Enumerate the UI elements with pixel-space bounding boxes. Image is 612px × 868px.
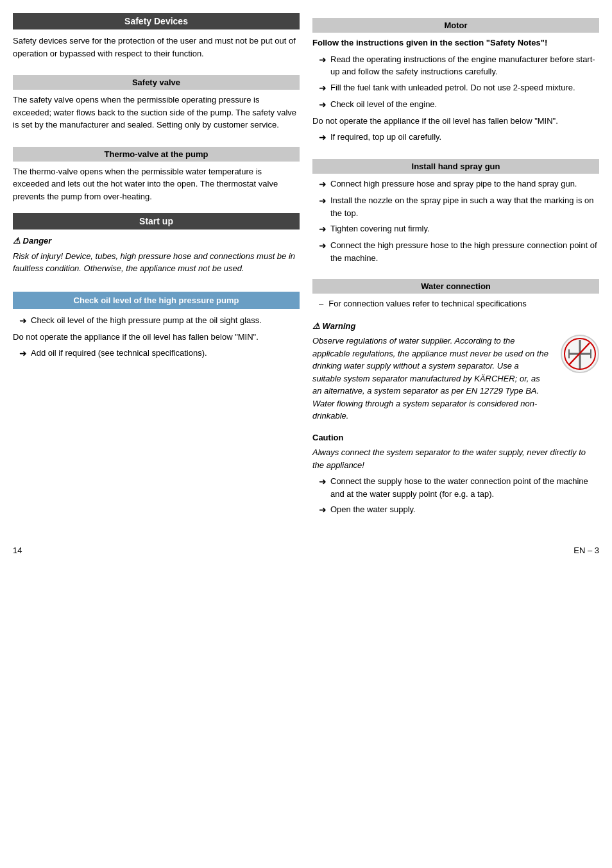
water-connection-header: Water connection [312,279,599,294]
spray-item-4: ➜ Connect the high pressure hose to the … [312,239,599,264]
warning-label: ⚠ Warning [312,320,599,333]
motor-body: Follow the instructions given in the sec… [312,37,599,147]
arrow-icon-s2: ➜ [319,194,327,208]
caution-item-1: ➜ Connect the supply hose to the water c… [312,475,599,500]
arrow-icon-2: ➜ [19,347,27,360]
spray-item-3: ➜ Tighten covering nut firmly. [312,222,599,236]
caution-section: Caution Always connect the system separa… [312,431,599,521]
danger-label: ⚠ Danger [13,235,300,247]
check-oil-item-1: ➜ Check oil level of the high pressure p… [13,314,300,328]
motor-header: Motor [312,18,599,33]
footer-page-number: 14 [13,546,22,555]
caution-item-2: ➜ Open the water supply. [312,503,599,517]
warning-text: Observe regulations of water supplier. A… [312,335,549,422]
footer-section-number: EN – 3 [574,546,599,555]
safety-devices-header: Safety Devices [13,13,300,29]
arrow-icon-m2: ➜ [319,81,327,95]
separator-circle [561,335,599,373]
startup-header: Start up [13,213,300,230]
safety-valve-body: The safety valve opens when the permissi… [13,94,300,135]
check-oil-header: Check oil level of the high pressure pum… [13,292,300,309]
separator-icon [563,337,598,372]
arrow-icon-m1: ➜ [319,53,327,67]
left-column: Safety Devices Safety devices serve for … [13,13,300,526]
safety-valve-header: Safety valve [13,75,300,90]
arrow-icon-1: ➜ [19,314,27,328]
install-spray-body: ➜ Connect high pressure hose and spray p… [312,178,599,267]
arrow-icon-s4: ➜ [319,239,327,253]
install-spray-header: Install hand spray gun [312,159,599,174]
separator-figure [561,335,599,373]
water-connection-body: – For connection values refer to technic… [312,297,599,313]
danger-text: Risk of injury! Device, tubes, high pres… [13,250,300,275]
danger-section: ⚠ Danger Risk of injury! Device, tubes, … [13,235,300,280]
water-dash-item: – For connection values refer to technic… [312,297,599,310]
spray-item-1: ➜ Connect high pressure hose and spray p… [312,178,599,191]
arrow-icon-m4: ➜ [319,131,327,144]
check-oil-item-2: ➜ Add oil if required (see technical spe… [13,347,300,360]
thermo-valve-header: Thermo-valve at the pump [13,147,300,162]
page-footer: 14 EN – 3 [13,546,599,555]
motor-item-last: ➜ If required, top up oil carefully. [312,131,599,144]
arrow-icon-s3: ➜ [319,222,327,236]
motor-item-2: ➜ Fill the fuel tank with unleaded petro… [312,81,599,95]
warning-section: ⚠ Warning Observe regulations of water s… [312,320,599,425]
check-oil-body: ➜ Check oil level of the high pressure p… [13,314,300,364]
safety-devices-body: Safety devices serve for the protection … [13,35,300,63]
arrow-icon-s1: ➜ [319,178,327,191]
motor-item-1: ➜ Read the operating instructions of the… [312,53,599,78]
arrow-icon-c1: ➜ [319,475,327,488]
caution-text: Always connect the system separator to t… [312,446,599,471]
arrow-icon-c2: ➜ [319,503,327,517]
dash-icon: – [319,297,323,310]
spray-item-2: ➜ Install the nozzle on the spray pipe i… [312,194,599,219]
arrow-icon-m3: ➜ [319,98,327,112]
right-column: Motor Follow the instructions given in t… [312,13,599,526]
caution-label: Caution [312,431,599,444]
motor-item-3: ➜ Check oil level of the engine. [312,98,599,112]
thermo-valve-body: The thermo-valve opens when the permissi… [13,165,300,207]
